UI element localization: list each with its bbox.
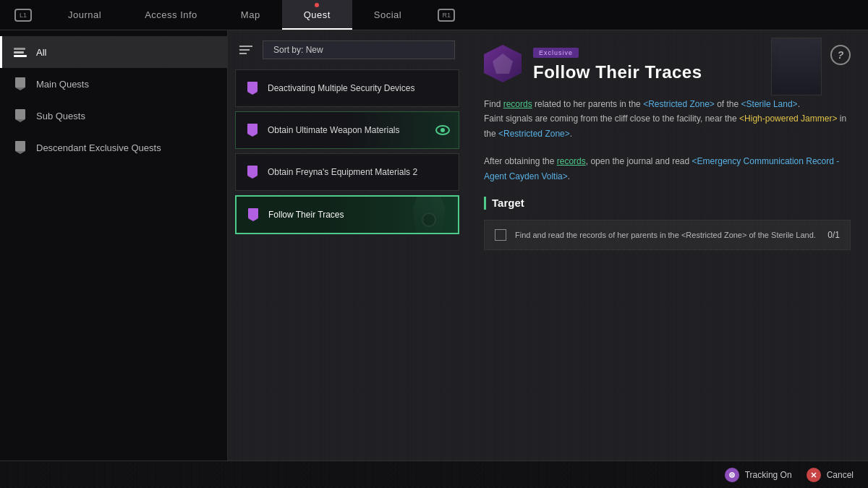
tracking-on-label: Tracking On: [745, 470, 792, 480]
sidebar: All Main Quests Sub Quests: [0, 30, 228, 461]
sidebar-all-label: All: [36, 47, 46, 58]
tracking-button-icon: [725, 468, 739, 482]
quest-icon-traces: [245, 207, 261, 223]
tracking-eye-icon: [435, 125, 450, 135]
desc-text-4: Faint signals are coming from the cliff …: [484, 114, 739, 124]
desc-restricted-zone-1: <Restricted Zone>: [643, 99, 715, 109]
nav-access-info-label: Access Info: [145, 9, 197, 20]
r1-icon: R1: [438, 9, 455, 22]
quest-emblem-inner: [493, 53, 513, 74]
svg-rect-0: [15, 77, 25, 87]
nav-journal[interactable]: Journal: [46, 0, 123, 30]
target-section: Target Find and read the records of her …: [484, 197, 851, 251]
quest-description-2: After obtaining the records, open the jo…: [484, 154, 851, 184]
svg-rect-8: [247, 124, 258, 134]
nav-access-info[interactable]: Access Info: [123, 0, 219, 30]
desc-period-2: .: [570, 129, 572, 139]
quest-title-freyna: Obtain Freyna's Equipment Materials 2: [268, 166, 450, 179]
target-item: Find and read the records of her parents…: [484, 220, 851, 251]
sidebar-descendant-label: Descendant Exclusive Quests: [36, 142, 161, 153]
l1-icon: L1: [14, 9, 32, 22]
svg-marker-13: [248, 218, 258, 221]
character-avatar: [771, 38, 822, 95]
main-quests-icon: [13, 77, 27, 91]
desc-jammer: <High-powered Jammer>: [739, 114, 837, 124]
svg-rect-4: [15, 141, 25, 151]
sub-quests-icon: [13, 108, 27, 123]
quest-emblem: [484, 45, 522, 82]
svg-marker-9: [247, 134, 258, 137]
help-button[interactable]: ?: [830, 45, 851, 65]
target-item-text: Find and read the records of her parents…: [515, 229, 819, 241]
svg-rect-10: [247, 166, 258, 176]
target-section-title: Target: [484, 197, 851, 210]
nav-l1-button[interactable]: L1: [0, 0, 46, 30]
quest-item-inner-freyna: Obtain Freyna's Equipment Materials 2: [236, 154, 459, 190]
sort-label-text: Sort by: New: [273, 45, 323, 55]
sidebar-item-main-quests[interactable]: Main Quests: [0, 68, 227, 100]
quest-item-follow-traces[interactable]: Follow Their Traces: [235, 195, 459, 234]
sidebar-item-all[interactable]: All: [0, 36, 227, 68]
quest-title-weapon: Obtain Ultimate Weapon Materials: [268, 124, 428, 137]
svg-rect-2: [15, 109, 25, 119]
sidebar-item-descendant-exclusive[interactable]: Descendant Exclusive Quests: [0, 132, 227, 163]
desc-records-1: records: [503, 99, 532, 109]
sidebar-sub-quests-label: Sub Quests: [36, 111, 85, 121]
desc-open-journal: , open the journal and read: [586, 156, 692, 166]
svg-rect-12: [248, 208, 258, 218]
nav-journal-label: Journal: [68, 9, 101, 20]
nav-quest-label: Quest: [304, 9, 331, 20]
sort-icon[interactable]: [239, 43, 257, 56]
target-label: Target: [492, 197, 524, 209]
quest-item-inner-weapon: Obtain Ultimate Weapon Materials: [236, 112, 459, 148]
top-navigation: L1 Journal Access Info Map Quest Social …: [0, 0, 868, 30]
main-content: All Main Quests Sub Quests: [0, 30, 868, 461]
sidebar-main-quests-label: Main Quests: [36, 79, 89, 90]
quest-title-traces: Follow Their Traces: [268, 209, 407, 221]
desc-period-3: .: [568, 171, 570, 181]
quest-item-obtain-weapon[interactable]: Obtain Ultimate Weapon Materials: [235, 111, 459, 149]
cancel-action[interactable]: Cancel: [807, 468, 854, 482]
nav-social[interactable]: Social: [352, 0, 423, 30]
nav-social-label: Social: [374, 9, 401, 20]
svg-marker-1: [15, 87, 25, 90]
desc-records-2: records: [557, 156, 586, 166]
svg-marker-7: [247, 92, 258, 95]
all-icon: [13, 45, 27, 59]
quest-item-inner: Deactivating Multiple Security Devices: [236, 70, 459, 106]
quest-icon-weapon: [244, 122, 260, 138]
quest-notification-dot: [315, 3, 319, 7]
sort-dropdown[interactable]: Sort by: New: [263, 40, 455, 59]
svg-point-15: [731, 474, 733, 476]
sidebar-item-sub-quests[interactable]: Sub Quests: [0, 100, 227, 132]
desc-sterile-land: <Sterile Land>: [741, 99, 798, 109]
target-progress-count: 0/1: [827, 230, 840, 240]
quest-bookmark-icon: [244, 80, 260, 96]
quest-detail-panel: Exclusive Follow Their Traces ? Find rec…: [467, 30, 868, 461]
cancel-button-icon: [807, 468, 821, 482]
desc-restricted-zone-2: <Restricted Zone>: [498, 129, 570, 139]
quest-item-freyna[interactable]: Obtain Freyna's Equipment Materials 2: [235, 153, 459, 191]
quest-title-deactivating: Deactivating Multiple Security Devices: [268, 82, 450, 95]
target-checkbox[interactable]: [495, 229, 506, 241]
quest-detail-header: Exclusive Follow Their Traces ?: [484, 45, 851, 82]
descendant-icon: [13, 140, 27, 155]
nav-quest[interactable]: Quest: [282, 0, 352, 30]
desc-period-1: .: [798, 99, 800, 109]
svg-marker-3: [15, 119, 25, 122]
svg-marker-5: [15, 151, 25, 154]
quest-list-panel: Sort by: New Deactivating Multiple Secur…: [228, 30, 467, 461]
desc-text-2: related to her parents in the: [532, 99, 643, 109]
bottom-bar: Tracking On Cancel: [0, 461, 868, 488]
quest-item-inner-traces: Follow Their Traces: [237, 197, 458, 233]
tracking-on-action[interactable]: Tracking On: [725, 468, 792, 482]
desc-after-text: After obtaining the: [484, 156, 557, 166]
quest-icon-freyna: [244, 164, 260, 180]
desc-text-1: Find: [484, 99, 503, 109]
nav-r1-button[interactable]: R1: [423, 0, 469, 30]
desc-text-3: of the: [715, 99, 741, 109]
svg-rect-6: [247, 82, 258, 92]
quest-item-deactivating[interactable]: Deactivating Multiple Security Devices: [235, 69, 459, 107]
nav-map[interactable]: Map: [219, 0, 282, 30]
cancel-label: Cancel: [827, 470, 854, 480]
